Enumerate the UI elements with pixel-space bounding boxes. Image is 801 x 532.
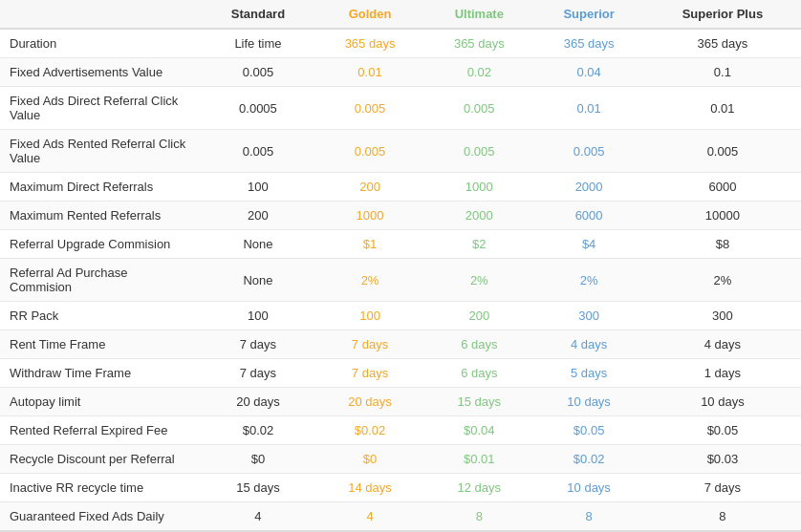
value-cell: 10 days xyxy=(533,388,643,416)
value-cell: 100 xyxy=(201,302,315,330)
value-cell: $0.03 xyxy=(644,445,801,474)
value-cell: 7 days xyxy=(644,474,801,502)
value-cell: 4 days xyxy=(533,330,643,359)
table-row: Maximum Rented Referrals2001000200060001… xyxy=(0,202,801,230)
feature-cell: Rented Referral Expired Fee xyxy=(0,416,201,445)
value-cell: $0.05 xyxy=(644,416,801,445)
table-row: Rent Time Frame7 days7 days6 days4 days4… xyxy=(0,330,801,359)
value-cell: 0.005 xyxy=(315,130,424,173)
value-cell: 7 days xyxy=(201,330,315,359)
value-cell: 0.0005 xyxy=(201,87,315,130)
header-standard: Standard xyxy=(201,0,315,29)
value-cell: 15 days xyxy=(201,474,315,502)
feature-cell: Maximum Rented Referrals xyxy=(0,202,201,230)
feature-cell: Fixed Ads Direct Referral Click Value xyxy=(0,87,201,130)
value-cell: 1000 xyxy=(424,173,533,202)
value-cell: $0.01 xyxy=(424,445,533,474)
feature-cell: Guaranteed Fixed Ads Daily xyxy=(0,502,201,532)
table-row: Fixed Ads Direct Referral Click Value0.0… xyxy=(0,87,801,130)
value-cell: 100 xyxy=(201,173,315,202)
value-cell: 0.01 xyxy=(644,87,801,130)
value-cell: 7 days xyxy=(315,330,424,359)
value-cell: 2000 xyxy=(533,173,643,202)
value-cell: 7 days xyxy=(315,359,424,388)
value-cell: 6000 xyxy=(533,202,643,230)
comparison-table: Standard Golden Ultimate Superior Superi… xyxy=(0,0,801,532)
value-cell: 0.005 xyxy=(424,130,533,173)
feature-cell: Withdraw Time Frame xyxy=(0,359,201,388)
value-cell: 200 xyxy=(315,173,424,202)
value-cell: 10 days xyxy=(533,474,643,502)
value-cell: None xyxy=(201,230,315,259)
value-cell: 200 xyxy=(424,302,533,330)
value-cell: 8 xyxy=(424,502,533,532)
feature-cell: Fixed Advertisements Value xyxy=(0,58,201,87)
value-cell: $0.02 xyxy=(201,416,315,445)
header-golden: Golden xyxy=(315,0,424,29)
feature-cell: Duration xyxy=(0,29,201,58)
value-cell: 20 days xyxy=(315,388,424,416)
table-row: Referral Ad Purchase CommisionNone2%2%2%… xyxy=(0,259,801,302)
header-ultimate: Ultimate xyxy=(424,0,533,29)
table-row: Fixed Ads Rented Referral Click Value0.0… xyxy=(0,130,801,173)
feature-cell: RR Pack xyxy=(0,302,201,330)
header-feature xyxy=(0,0,201,29)
value-cell: 1 days xyxy=(644,359,801,388)
value-cell: 0.01 xyxy=(315,58,424,87)
value-cell: 7 days xyxy=(201,359,315,388)
value-cell: None xyxy=(201,259,315,302)
feature-cell: Fixed Ads Rented Referral Click Value xyxy=(0,130,201,173)
header-superiorplus: Superior Plus xyxy=(644,0,801,29)
table-row: Referral Upgrade CommisionNone$1$2$4$8 xyxy=(0,230,801,259)
value-cell: 0.005 xyxy=(533,130,643,173)
feature-cell: Inactive RR recycle time xyxy=(0,474,201,502)
value-cell: 300 xyxy=(644,302,801,330)
value-cell: Life time xyxy=(201,29,315,58)
value-cell: 0.005 xyxy=(315,87,424,130)
feature-cell: Maximum Direct Referrals xyxy=(0,173,201,202)
value-cell: 0.005 xyxy=(644,130,801,173)
value-cell: 12 days xyxy=(424,474,533,502)
value-cell: 6 days xyxy=(424,330,533,359)
value-cell: $0 xyxy=(315,445,424,474)
value-cell: 2% xyxy=(533,259,643,302)
table-row: Maximum Direct Referrals1002001000200060… xyxy=(0,173,801,202)
table-row: Rented Referral Expired Fee$0.02$0.02$0.… xyxy=(0,416,801,445)
value-cell: 4 xyxy=(201,502,315,532)
feature-cell: Recycle Discount per Referral xyxy=(0,445,201,474)
value-cell: 0.005 xyxy=(201,130,315,173)
value-cell: 4 xyxy=(315,502,424,532)
table-row: Fixed Advertisements Value0.0050.010.020… xyxy=(0,58,801,87)
value-cell: 2000 xyxy=(424,202,533,230)
value-cell: 10000 xyxy=(644,202,801,230)
value-cell: 365 days xyxy=(644,29,801,58)
value-cell: 365 days xyxy=(424,29,533,58)
value-cell: $0.02 xyxy=(533,445,643,474)
feature-cell: Autopay limit xyxy=(0,388,201,416)
table-row: Inactive RR recycle time15 days14 days12… xyxy=(0,474,801,502)
value-cell: 10 days xyxy=(644,388,801,416)
value-cell: $0.05 xyxy=(533,416,643,445)
value-cell: 0.01 xyxy=(533,87,643,130)
value-cell: 2% xyxy=(315,259,424,302)
value-cell: 20 days xyxy=(201,388,315,416)
value-cell: 6000 xyxy=(644,173,801,202)
value-cell: 1000 xyxy=(315,202,424,230)
value-cell: 6 days xyxy=(424,359,533,388)
value-cell: 8 xyxy=(533,502,643,532)
feature-cell: Referral Upgrade Commision xyxy=(0,230,201,259)
value-cell: $0 xyxy=(201,445,315,474)
value-cell: 8 xyxy=(644,502,801,532)
value-cell: 15 days xyxy=(424,388,533,416)
value-cell: 0.005 xyxy=(424,87,533,130)
value-cell: 365 days xyxy=(315,29,424,58)
value-cell: 200 xyxy=(201,202,315,230)
feature-cell: Referral Ad Purchase Commision xyxy=(0,259,201,302)
value-cell: $2 xyxy=(424,230,533,259)
value-cell: $0.02 xyxy=(315,416,424,445)
value-cell: 0.02 xyxy=(424,58,533,87)
value-cell: 14 days xyxy=(315,474,424,502)
value-cell: $4 xyxy=(533,230,643,259)
value-cell: 300 xyxy=(533,302,643,330)
value-cell: 5 days xyxy=(533,359,643,388)
